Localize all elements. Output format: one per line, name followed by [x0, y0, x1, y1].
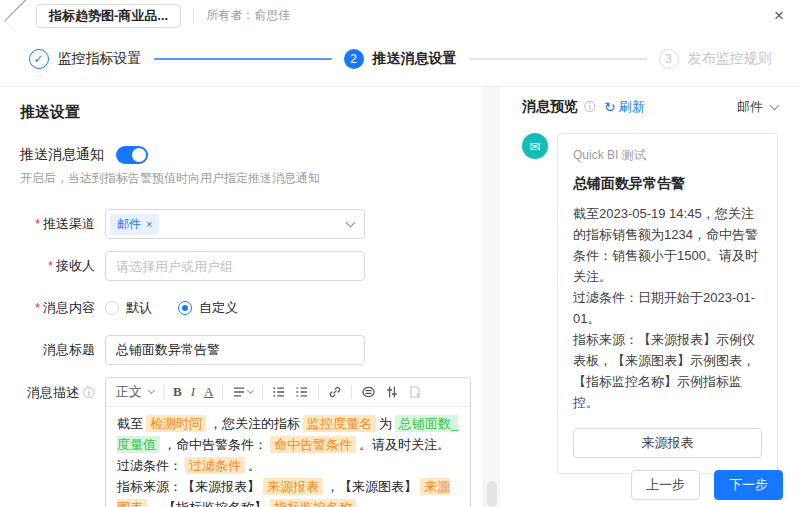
dialog-header: 指标趋势图-商业品... 所有者：俞思佳 ×: [0, 0, 800, 31]
editor-text: ，您关注的指标: [209, 416, 300, 431]
ordered-list-button[interactable]: [295, 385, 309, 399]
mail-title: 总铺面数异常告警: [573, 175, 762, 193]
next-step-button[interactable]: 下一步: [714, 470, 783, 500]
channel-tag: 邮件 ×: [110, 214, 159, 235]
step-number: 3: [659, 49, 679, 69]
owner-label: 所有者：俞思佳: [206, 7, 290, 24]
editor-text: ，【指标监控名称】: [150, 500, 267, 507]
step-indicator: ✓监控指标设置2推送消息设置3发布监控规则: [0, 31, 800, 87]
mail-preview-card: Quick BI 测试 总铺面数异常告警 截至2023-05-19 14:45，…: [557, 133, 778, 474]
vertical-divider: [193, 9, 194, 23]
message-title-input[interactable]: [105, 335, 365, 365]
monitor-rule-dialog: 指标趋势图-商业品... 所有者：俞思佳 × ✓监控指标设置2推送消息设置3发布…: [0, 0, 800, 507]
insert-field-icon: [361, 385, 376, 399]
scrollbar-thumb[interactable]: [487, 481, 497, 507]
step-3[interactable]: 3发布监控规则: [659, 49, 772, 69]
adjust-sliders-icon: [385, 385, 399, 399]
source-report-button[interactable]: 来源报表: [573, 428, 762, 458]
italic-button[interactable]: I: [191, 384, 195, 400]
step-check-icon: ✓: [29, 49, 49, 69]
adjust-button[interactable]: [385, 385, 399, 399]
editor-text: ，【来源图表】: [326, 479, 417, 494]
editor-variable-tag[interactable]: 过滤条件: [185, 457, 245, 474]
toolbar-divider: [163, 385, 164, 399]
mail-body-line: 指标来源：【来源报表】示例仪表板，【来源图表】示例图表，【指标监控名称】示例指标…: [573, 329, 762, 413]
scrollbar[interactable]: [484, 87, 500, 507]
bullet-list-button[interactable]: [272, 385, 286, 399]
paragraph-style-label: 正文: [116, 383, 142, 401]
tag-remove-icon[interactable]: ×: [146, 219, 152, 230]
chevron-down-icon: [346, 218, 356, 228]
step-1[interactable]: ✓监控指标设置: [29, 49, 142, 69]
sender-name: Quick BI 测试: [573, 147, 762, 164]
channel-select[interactable]: 邮件 ×: [105, 209, 365, 239]
clear-format-icon: [408, 385, 422, 399]
clear-format-button[interactable]: [408, 385, 422, 399]
editor-variable-tag[interactable]: 指标监控名称: [270, 499, 356, 507]
toolbar-divider: [222, 385, 223, 399]
message-description-editor: 正文 B I A: [105, 377, 471, 507]
bullet-list-icon: [272, 385, 286, 399]
mail-body-line: 过滤条件：日期开始于2023-01-01。: [573, 287, 762, 329]
step-label: 发布监控规则: [688, 50, 772, 68]
ordered-list-icon: [295, 385, 309, 399]
toolbar-divider: [262, 385, 263, 399]
radio-icon: [178, 301, 192, 315]
back-button[interactable]: [10, 5, 32, 27]
channel-tag-label: 邮件: [117, 216, 141, 233]
info-icon[interactable]: ⓘ: [584, 99, 596, 116]
chevron-down-icon: [148, 387, 155, 394]
close-icon[interactable]: ×: [774, 7, 784, 24]
bold-button[interactable]: B: [173, 384, 182, 400]
editor-toolbar: 正文 B I A: [106, 378, 470, 407]
notify-hint: 开启后，当达到指标告警预值时向用户指定推送消息通知: [20, 170, 471, 187]
preview-channel-label: 邮件: [737, 98, 763, 116]
paragraph-style-select[interactable]: 正文: [116, 383, 154, 401]
step-connector: [154, 58, 332, 60]
report-title: 指标趋势图-商业品...: [49, 7, 168, 25]
prev-step-button[interactable]: 上一步: [631, 470, 700, 500]
refresh-icon: ↻: [604, 99, 616, 115]
editor-content[interactable]: 截至检测时间，您关注的指标监控度量名为总铺面数_度量值，命中告警条件：命中告警条…: [106, 407, 470, 507]
underline-button[interactable]: A: [204, 384, 213, 400]
editor-variable-tag[interactable]: 监控度量名: [303, 415, 376, 432]
receiver-input[interactable]: [105, 251, 365, 281]
report-title-box[interactable]: 指标趋势图-商业品...: [36, 4, 181, 28]
desc-field-label: 消息描述ⓘ: [20, 377, 105, 402]
info-icon[interactable]: ⓘ: [83, 385, 95, 402]
editor-text: 指标来源：【来源报表】: [117, 479, 260, 494]
step-label: 监控指标设置: [58, 50, 142, 68]
step-2[interactable]: 2推送消息设置: [344, 49, 457, 69]
notify-toggle[interactable]: [116, 146, 148, 164]
desc-label-text: 消息描述: [27, 384, 79, 402]
dialog-body: 推送设置 推送消息通知 开启后，当达到指标告警预值时向用户指定推送消息通知 推送…: [0, 87, 800, 507]
title-field-label: 消息标题: [20, 341, 105, 359]
message-preview-panel: 消息预览 ⓘ ↻ 刷新 邮件 ✉ Quick BI 测试 总铺面数异常告警 截至…: [500, 87, 800, 507]
editor-variable-tag[interactable]: 命中告警条件: [270, 436, 356, 453]
editor-text: 。: [248, 458, 261, 473]
refresh-label: 刷新: [619, 98, 645, 116]
step-connector: [469, 58, 647, 60]
radio-option-默认[interactable]: 默认: [105, 299, 152, 317]
editor-variable-tag[interactable]: 来源报表: [263, 478, 323, 495]
section-title: 推送设置: [20, 103, 471, 122]
mail-body-line: 截至2023-05-19 14:45，您关注的指标销售额为1234，命中告警条件…: [573, 203, 762, 287]
preview-channel-select[interactable]: 邮件: [737, 98, 778, 116]
channel-label: 推送渠道: [20, 215, 105, 233]
refresh-button[interactable]: ↻ 刷新: [604, 98, 645, 116]
notify-toggle-label: 推送消息通知: [20, 146, 104, 164]
toolbar-divider: [318, 385, 319, 399]
dialog-footer: 上一步 下一步: [631, 470, 783, 500]
editor-text: 过滤条件：: [117, 458, 182, 473]
link-button[interactable]: [328, 385, 342, 399]
editor-variable-tag[interactable]: 检测时间: [146, 415, 206, 432]
editor-text: 。请及时关注。: [359, 437, 450, 452]
editor-text: 截至: [117, 416, 143, 431]
link-icon: [328, 385, 342, 399]
chevron-left-icon: [3, 0, 38, 33]
radio-option-自定义[interactable]: 自定义: [178, 299, 238, 317]
step-number: 2: [344, 49, 364, 69]
preview-title: 消息预览: [522, 98, 578, 116]
line-height-button[interactable]: [232, 385, 253, 399]
insert-field-button[interactable]: [361, 385, 376, 399]
